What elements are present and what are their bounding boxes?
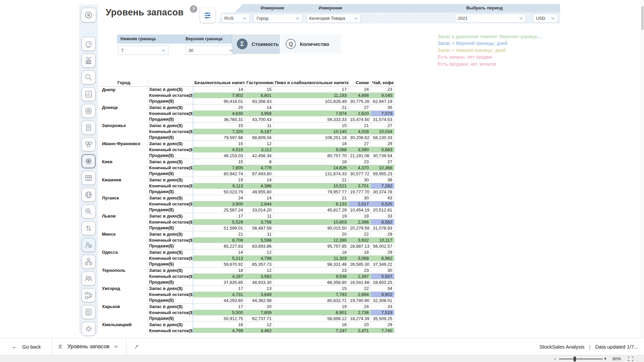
days-value: 30 <box>348 177 371 183</box>
stock-wheel-icon[interactable] <box>82 154 96 168</box>
sales-value: 62,737.71 <box>245 315 273 321</box>
boxes-icon[interactable] <box>82 137 96 152</box>
stock-value: 10,117 <box>371 237 394 243</box>
gear-analysis-icon[interactable] <box>82 322 96 336</box>
page-selector[interactable]: Уровень запасов <box>58 344 118 350</box>
calendar-grid-icon[interactable] <box>82 171 96 185</box>
sales-value: 16,541.68 <box>348 279 371 285</box>
upper-bound-label: Верхняя граница <box>185 36 222 41</box>
metric-label: Конечный остаток($) <box>148 92 193 98</box>
people-group-icon[interactable] <box>82 272 96 286</box>
zoom-slider-track[interactable] <box>559 359 603 359</box>
metric-label: Запас в днях($) <box>148 159 193 165</box>
quantity-measure-label: Количество <box>300 41 329 47</box>
quantity-measure-button[interactable]: Q Количество <box>281 35 341 53</box>
cost-measure-button[interactable]: Σ Стоимость <box>232 35 280 53</box>
sales-value: 31,574.53 <box>371 116 394 122</box>
days-value: 23 <box>348 267 371 273</box>
dimension-band: Измерение Измерение Выбрать период <box>235 4 560 12</box>
icon-sidebar <box>79 5 98 334</box>
chevron-down-icon <box>114 345 118 348</box>
dimension2-dropdown[interactable]: Категория Товара <box>306 14 361 23</box>
metric-label: Запас в днях($) <box>148 285 193 291</box>
legend-item-4: Есть продажи, нет запасов <box>438 61 558 67</box>
trend-chart-icon[interactable] <box>82 54 96 68</box>
metric-label: Конечный остаток($) <box>148 291 193 297</box>
stock-value: 10,368 <box>371 165 394 171</box>
doc-check-icon[interactable] <box>82 305 96 319</box>
stock-value: 2,736 <box>348 309 371 315</box>
bar-chart-icon[interactable] <box>82 87 96 101</box>
scrollbar-thumb[interactable] <box>641 6 644 30</box>
sales-value: 28,650.25 <box>371 279 394 285</box>
currency-dropdown[interactable]: USD <box>533 14 558 23</box>
help-icon[interactable]: ? <box>190 5 197 13</box>
days-value: 24 <box>193 195 245 201</box>
go-back-button[interactable]: ← Go back <box>11 343 41 350</box>
days-value: 27 <box>348 140 371 146</box>
days-value: 38 <box>371 177 394 183</box>
language-dropdown[interactable]: RUS <box>221 14 250 23</box>
collapse-button[interactable] <box>134 344 139 349</box>
search-report-icon[interactable] <box>82 204 96 219</box>
dimension1-dropdown[interactable]: Город <box>254 14 303 23</box>
sales-value: 50,912.75 <box>193 315 245 321</box>
metric-label: Запас в днях($) <box>148 195 193 201</box>
stock-value: 5,507 <box>371 273 394 279</box>
globe-icon[interactable] <box>82 188 96 202</box>
menu-icon[interactable] <box>81 8 96 22</box>
kpi-gauge-icon[interactable] <box>82 37 96 51</box>
legend-item-2: Запас < Нижней границы, дней <box>438 47 558 54</box>
sales-value: 46,153.03 <box>193 153 245 159</box>
days-value: 16 <box>273 321 348 327</box>
stock-value: 9,538 <box>273 273 348 279</box>
upper-bound-dropdown[interactable]: 30 <box>185 46 236 55</box>
collapse-icon <box>134 344 139 349</box>
sales-value: 30,577.72 <box>348 171 371 177</box>
days-value: 16 <box>193 321 245 327</box>
zoom-out-button[interactable]: - <box>554 356 556 361</box>
sigma-icon: Σ <box>237 39 248 49</box>
column-header-city: Город <box>101 79 148 86</box>
sales-value: 66,358.80 <box>273 279 348 285</box>
period-dropdown[interactable]: 2021 <box>455 14 526 23</box>
person-finance-icon[interactable] <box>82 238 96 252</box>
fit-to-page-icon[interactable] <box>628 357 633 361</box>
sales-value: 36,760.31 <box>193 116 245 122</box>
vertical-scrollbar[interactable] <box>641 0 644 338</box>
sales-value: 30,739.54 <box>371 153 394 159</box>
report-doc-icon[interactable] <box>82 121 96 135</box>
days-value: 18 <box>348 249 371 255</box>
stock-value: 6,962 <box>371 255 394 261</box>
stock-value: 10,034 <box>371 128 394 134</box>
days-value: 23 <box>273 267 348 273</box>
divider <box>52 338 52 355</box>
stock-value: 3,900 <box>193 201 245 207</box>
target-icon[interactable] <box>82 104 96 118</box>
days-value: 14 <box>245 104 273 110</box>
stock-value: 11,303 <box>273 255 348 261</box>
days-value: 12 <box>245 267 273 273</box>
sales-value: 59,955.23 <box>371 171 394 177</box>
table-row: ДнепрЗапас в днях($)1415172423 <box>101 86 394 92</box>
filter-sliders-icon[interactable] <box>200 8 215 23</box>
cost-measure-label: Стоимость <box>252 41 279 47</box>
compare-arrows-icon[interactable] <box>82 221 96 235</box>
days-value: 27 <box>371 122 394 128</box>
metric-label: Запас в днях($) <box>148 213 193 219</box>
current-page-label: Уровень запасов <box>67 344 109 350</box>
days-value: 14 <box>245 195 273 201</box>
table-row: ТернопольЗапас в днях($)1812232330 <box>101 267 394 273</box>
lower-bound-dropdown[interactable]: 7 <box>118 46 168 55</box>
zoom-slider-thumb[interactable] <box>574 357 576 361</box>
search-analysis-icon[interactable] <box>82 70 96 84</box>
zoom-slider-tick <box>581 358 581 360</box>
dimension1-value: Город <box>257 16 268 21</box>
org-chart-icon[interactable] <box>82 255 96 269</box>
city-cell: Одесса <box>101 249 148 267</box>
metric-label: Продажи($) <box>148 189 193 195</box>
process-flow-icon[interactable] <box>82 288 96 302</box>
column-header-softdrinks: Безалкогольные напитки <box>193 79 245 86</box>
zoom-in-button[interactable]: + <box>604 356 607 361</box>
days-value: 12 <box>245 140 273 146</box>
